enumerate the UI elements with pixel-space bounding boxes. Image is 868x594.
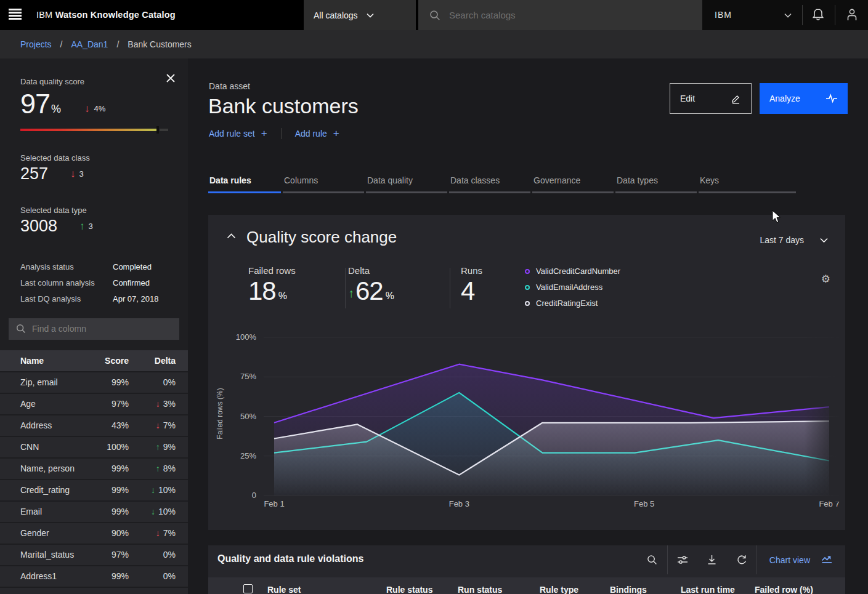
- tab-data-quality[interactable]: Data quality: [366, 173, 447, 193]
- breadcrumb-item[interactable]: Projects: [20, 39, 52, 49]
- stat-unit: %: [386, 291, 394, 304]
- breadcrumb-separator: /: [60, 39, 63, 49]
- score-label: Data quality score: [20, 77, 188, 86]
- tab-label: Governance: [533, 175, 580, 185]
- collapse-caret-icon[interactable]: [227, 233, 236, 239]
- table-row[interactable]: Name, person99%↑8%: [0, 457, 188, 479]
- catalog-selector[interactable]: All catalogs: [304, 0, 416, 30]
- arrow-down-icon: ↓: [156, 399, 160, 408]
- tab-underline: [283, 191, 364, 193]
- stat-value: 4: [461, 278, 474, 304]
- time-range-selector[interactable]: Last 7 days: [760, 235, 828, 245]
- cell-score: 99%: [91, 571, 129, 581]
- violations-col-header[interactable]: Last run time: [681, 585, 735, 594]
- gear-icon[interactable]: ⚙: [821, 274, 830, 284]
- violations-title: Quality and data rule violations: [217, 553, 363, 564]
- col-header-score[interactable]: Score: [91, 356, 129, 366]
- search-input[interactable]: [449, 10, 659, 20]
- legend-item[interactable]: CreditRatingExist: [525, 299, 620, 308]
- close-icon[interactable]: [166, 73, 176, 83]
- cell-delta-value: 9%: [163, 442, 176, 452]
- divider: [450, 268, 450, 308]
- cell-delta-value: 10%: [158, 507, 176, 516]
- user-avatar-icon[interactable]: [846, 8, 858, 22]
- tab-label: Columns: [284, 175, 318, 185]
- tab-keys[interactable]: Keys: [699, 173, 796, 193]
- table-row[interactable]: CNN100%↑9%: [0, 436, 188, 457]
- col-header-delta[interactable]: Delta: [129, 356, 176, 366]
- stat-value: 62: [355, 278, 383, 304]
- tab-data-classes[interactable]: Data classes: [449, 173, 530, 193]
- cell-score: 97%: [91, 550, 129, 560]
- account-selector-label[interactable]: IBM: [715, 10, 732, 20]
- refresh-icon[interactable]: [727, 545, 756, 574]
- score-value: 97: [20, 90, 50, 118]
- tab-underline: [699, 191, 796, 193]
- legend-item[interactable]: ValidEmailAddress: [525, 283, 620, 292]
- breadcrumb-item[interactable]: AA_Dan1: [71, 39, 108, 49]
- chevron-down-icon[interactable]: [784, 13, 792, 18]
- col-header-name[interactable]: Name: [20, 356, 91, 366]
- violations-col-header[interactable]: Rule status: [386, 585, 432, 594]
- arrow-down-icon: ↓: [70, 169, 76, 179]
- table-row[interactable]: [0, 587, 188, 594]
- add-rule-link[interactable]: Add rule +: [295, 127, 339, 140]
- tab-data-rules[interactable]: Data rules: [208, 173, 281, 193]
- breadcrumb-separator: /: [116, 39, 119, 49]
- analyze-button[interactable]: Analyze: [760, 83, 848, 114]
- y-axis-title: Failed rows (%): [216, 380, 224, 448]
- table-row[interactable]: Age97%↓3%: [0, 393, 188, 414]
- tab-data-types[interactable]: Data types: [615, 173, 697, 193]
- cell-delta-value: 0%: [163, 571, 176, 581]
- tab-columns[interactable]: Columns: [283, 173, 364, 193]
- breadcrumb: Projects/AA_Dan1/Bank Customers: [0, 30, 868, 58]
- add-rule-set-link[interactable]: Add rule set +: [209, 127, 267, 140]
- y-axis-tick-label: 75%: [225, 372, 256, 381]
- arrow-up-icon: ↑: [79, 221, 85, 231]
- x-axis-tick-label: Feb 5: [623, 499, 666, 508]
- chart-view-toggle[interactable]: Chart view: [757, 555, 845, 565]
- column-search-input[interactable]: [32, 324, 168, 334]
- cell-delta-value: 7%: [163, 420, 176, 430]
- notifications-bell-icon[interactable]: [812, 8, 824, 22]
- table-row[interactable]: Address43%↓7%: [0, 414, 188, 436]
- table-row[interactable]: Email99%↓10%: [0, 500, 188, 522]
- meta-value: Completed: [113, 262, 152, 271]
- table-row[interactable]: Zip, email99%0%: [0, 371, 188, 393]
- x-axis-tick-label: Feb 1: [253, 499, 296, 508]
- line-chart-plot: [264, 337, 840, 496]
- stat-value-row: 18%: [248, 278, 296, 304]
- data-quality-sidebar: Data quality score 97 % ↓ 4% Selected da…: [0, 58, 188, 594]
- table-row[interactable]: Address199%0%: [0, 565, 188, 587]
- violations-col-header[interactable]: Run status: [458, 585, 502, 594]
- search-icon[interactable]: [638, 545, 667, 574]
- edit-button[interactable]: Edit: [670, 83, 752, 114]
- x-axis-tick-label: Feb 7: [808, 499, 851, 508]
- cell-delta-value: 10%: [158, 485, 176, 495]
- table-row[interactable]: Credit_rating99%↓10%: [0, 479, 188, 500]
- table-row[interactable]: Marital_status97%0%: [0, 544, 188, 565]
- violations-col-header[interactable]: Rule set: [267, 585, 301, 594]
- violations-col-header[interactable]: Rule type: [540, 585, 578, 594]
- detail-tabs: Data rulesColumnsData qualityData classe…: [208, 173, 798, 193]
- arrow-up-icon: ↑: [156, 443, 160, 451]
- download-icon[interactable]: [697, 545, 727, 574]
- violations-col-header[interactable]: Failed row (%): [755, 585, 813, 594]
- filter-adjust-icon[interactable]: [668, 545, 697, 574]
- edit-button-label: Edit: [680, 94, 695, 103]
- select-all-checkbox[interactable]: [243, 584, 253, 593]
- tab-governance[interactable]: Governance: [532, 173, 614, 193]
- table-row[interactable]: Gender90%↓7%: [0, 522, 188, 544]
- legend-item[interactable]: ValidCreditCardNumber: [525, 267, 620, 276]
- violations-col-header[interactable]: Bindings: [610, 585, 647, 594]
- global-search: [418, 0, 702, 30]
- cell-delta: ↓10%: [129, 485, 176, 495]
- cell-score: 99%: [91, 507, 129, 516]
- cell-score: 99%: [91, 485, 129, 495]
- tab-label: Data types: [617, 175, 658, 185]
- cell-delta: 0%: [129, 377, 176, 387]
- menu-icon[interactable]: [9, 9, 22, 21]
- stat-label: Failed rows: [248, 265, 296, 276]
- cell-delta: 0%: [129, 571, 176, 581]
- score-unit: %: [51, 103, 61, 118]
